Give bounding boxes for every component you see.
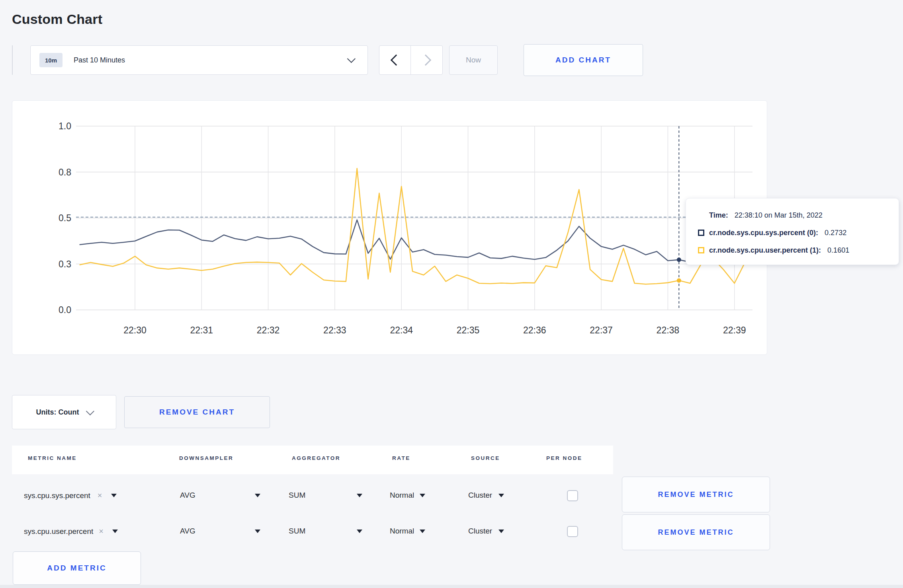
dropdown-triangle-icon bbox=[111, 494, 117, 497]
downsampler-select[interactable]: AVG bbox=[180, 527, 260, 535]
aggregator-value: SUM bbox=[289, 491, 305, 500]
time-range-label: Past 10 Minutes bbox=[74, 56, 125, 64]
tooltip-user-value: 0.1601 bbox=[827, 246, 849, 255]
units-label: Units: Count bbox=[36, 408, 79, 417]
prev-time-button[interactable] bbox=[379, 46, 411, 74]
downsampler-value: AVG bbox=[180, 527, 195, 535]
svg-text:0.8: 0.8 bbox=[59, 167, 71, 177]
aggregator-value: SUM bbox=[289, 527, 305, 535]
page-title: Custom Chart bbox=[12, 12, 102, 27]
chevron-down-icon bbox=[86, 407, 94, 415]
svg-text:22:37: 22:37 bbox=[590, 325, 613, 335]
remove-metric-button[interactable]: REMOVE METRIC bbox=[622, 514, 770, 550]
now-button[interactable]: Now bbox=[449, 45, 498, 75]
time-range-badge: 10m bbox=[39, 53, 63, 67]
svg-text:0.3: 0.3 bbox=[59, 259, 71, 269]
source-select[interactable]: Cluster bbox=[468, 527, 504, 535]
col-header-per-node: PER NODE bbox=[546, 455, 582, 461]
svg-text:22:31: 22:31 bbox=[190, 325, 213, 335]
dropdown-triangle-icon bbox=[420, 530, 425, 533]
sys-percent-swatch-icon bbox=[698, 230, 704, 236]
source-value: Cluster bbox=[468, 527, 492, 535]
dropdown-triangle-icon bbox=[420, 494, 425, 497]
tooltip-time-label: Time: bbox=[709, 211, 728, 220]
svg-text:22:39: 22:39 bbox=[723, 325, 746, 335]
cpu-chart[interactable]: 0.00.30.50.81.022:3022:3122:3222:3322:34… bbox=[12, 101, 767, 354]
svg-text:0.0: 0.0 bbox=[59, 305, 71, 315]
per-node-checkbox[interactable] bbox=[567, 526, 578, 537]
metrics-table-header: METRIC NAME DOWNSAMPLER AGGREGATOR RATE … bbox=[12, 446, 613, 474]
svg-text:0.5: 0.5 bbox=[59, 213, 71, 223]
dropdown-triangle-icon bbox=[112, 530, 118, 533]
remove-metric-x-icon[interactable]: × bbox=[98, 491, 102, 500]
time-nav bbox=[379, 45, 443, 75]
remove-metric-x-icon[interactable]: × bbox=[99, 527, 104, 536]
svg-text:22:32: 22:32 bbox=[257, 325, 280, 335]
rate-select[interactable]: Normal bbox=[390, 527, 425, 535]
dropdown-triangle-icon bbox=[255, 530, 260, 533]
col-header-downsampler: DOWNSAMPLER bbox=[179, 455, 233, 461]
tooltip-user-label: cr.node.sys.cpu.user.percent (1): bbox=[709, 246, 821, 255]
aggregator-select[interactable]: SUM bbox=[289, 527, 362, 535]
dropdown-triangle-icon bbox=[357, 530, 362, 533]
downsampler-value: AVG bbox=[180, 491, 195, 500]
add-metric-button[interactable]: ADD METRIC bbox=[13, 551, 141, 585]
col-header-metric-name: METRIC NAME bbox=[28, 455, 77, 461]
tooltip-sys-value: 0.2732 bbox=[825, 229, 846, 237]
user-percent-swatch-icon bbox=[698, 247, 704, 253]
chevron-left-icon bbox=[391, 55, 402, 66]
tooltip-time-row: Time: 22:38:10 on Mar 15th, 2022 bbox=[698, 206, 899, 224]
source-value: Cluster bbox=[468, 491, 492, 500]
col-header-rate: RATE bbox=[392, 455, 410, 461]
tooltip-series-row: cr.node.sys.cpu.sys.percent (0): 0.2732 bbox=[698, 224, 899, 241]
col-header-source: SOURCE bbox=[471, 455, 500, 461]
remove-chart-button[interactable]: REMOVE CHART bbox=[124, 396, 270, 428]
chart-card: 0.00.30.50.81.022:3022:3122:3222:3322:34… bbox=[12, 100, 767, 355]
toolbar-divider bbox=[12, 45, 13, 75]
units-select[interactable]: Units: Count bbox=[12, 395, 116, 429]
svg-text:22:30: 22:30 bbox=[123, 325, 147, 335]
metric-name-value: sys.cpu.user.percent bbox=[24, 527, 93, 536]
svg-text:22:36: 22:36 bbox=[523, 325, 546, 335]
metric-name-select[interactable]: sys.cpu.user.percent × bbox=[24, 527, 118, 536]
chevron-right-icon bbox=[420, 55, 431, 66]
dropdown-triangle-icon bbox=[498, 494, 504, 497]
chevron-down-icon bbox=[347, 55, 356, 63]
tooltip-time-value: 22:38:10 on Mar 15th, 2022 bbox=[735, 211, 823, 220]
time-range-select[interactable]: 10m Past 10 Minutes bbox=[30, 45, 368, 75]
svg-text:1.0: 1.0 bbox=[59, 121, 71, 131]
add-chart-button[interactable]: ADD CHART bbox=[524, 44, 643, 76]
chart-tooltip: Time: 22:38:10 on Mar 15th, 2022 cr.node… bbox=[686, 198, 899, 265]
rate-select[interactable]: Normal bbox=[390, 491, 425, 500]
rate-value: Normal bbox=[390, 527, 414, 535]
metric-name-select[interactable]: sys.cpu.sys.percent × bbox=[24, 491, 117, 500]
svg-text:22:33: 22:33 bbox=[323, 325, 346, 335]
downsampler-select[interactable]: AVG bbox=[180, 491, 260, 500]
svg-text:22:34: 22:34 bbox=[390, 325, 413, 335]
svg-text:22:38: 22:38 bbox=[657, 325, 680, 335]
metric-name-value: sys.cpu.sys.percent bbox=[24, 491, 90, 500]
tooltip-series-row: cr.node.sys.cpu.user.percent (1): 0.1601 bbox=[698, 241, 899, 259]
dropdown-triangle-icon bbox=[357, 494, 362, 497]
source-select[interactable]: Cluster bbox=[468, 491, 504, 500]
dropdown-triangle-icon bbox=[255, 494, 260, 497]
tooltip-sys-label: cr.node.sys.cpu.sys.percent (0): bbox=[709, 229, 818, 237]
aggregator-select[interactable]: SUM bbox=[289, 491, 362, 500]
dropdown-triangle-icon bbox=[498, 530, 504, 533]
bottom-divider bbox=[0, 585, 903, 588]
rate-value: Normal bbox=[390, 491, 414, 500]
next-time-button[interactable] bbox=[411, 46, 442, 74]
col-header-aggregator: AGGREGATOR bbox=[292, 455, 340, 461]
svg-text:22:35: 22:35 bbox=[457, 325, 480, 335]
per-node-checkbox[interactable] bbox=[567, 490, 578, 501]
remove-metric-button[interactable]: REMOVE METRIC bbox=[622, 477, 770, 512]
